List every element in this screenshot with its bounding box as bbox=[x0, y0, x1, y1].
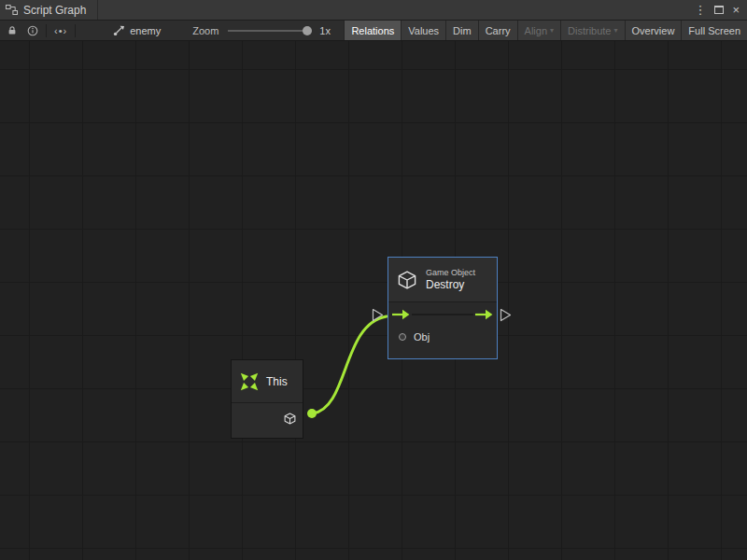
info-icon[interactable] bbox=[27, 25, 38, 36]
obj-input-port[interactable] bbox=[399, 333, 406, 341]
lock-icon[interactable] bbox=[7, 25, 18, 36]
values-button-label: Values bbox=[408, 25, 439, 36]
distribute-button[interactable]: Distribute ▾ bbox=[560, 21, 624, 40]
tab-title: Script Graph bbox=[23, 4, 86, 17]
obj-port-label: Obj bbox=[414, 331, 430, 343]
connection-layer bbox=[0, 41, 747, 560]
overview-button[interactable]: Overview bbox=[625, 21, 682, 40]
zoom-value: 1x bbox=[319, 25, 331, 36]
tab-script-graph[interactable]: Script Graph bbox=[0, 0, 98, 20]
this-output-port[interactable] bbox=[307, 409, 317, 418]
game-object-cube-icon bbox=[283, 412, 297, 426]
zoom-label: Zoom bbox=[192, 25, 218, 36]
node-title: This bbox=[266, 375, 288, 388]
graph-name: enemy bbox=[130, 25, 161, 36]
flow-out-arrow-icon bbox=[475, 309, 493, 320]
node-destroy[interactable]: Game Object Destroy Obj bbox=[388, 257, 498, 359]
toolbar-buttons: Relations Values Dim Carry Align ▾ Distr… bbox=[344, 21, 747, 40]
relation-line bbox=[412, 314, 473, 315]
graph-asset-icon bbox=[113, 25, 125, 36]
script-graph-icon bbox=[6, 5, 18, 15]
this-icon bbox=[239, 371, 260, 392]
window-controls: ⋮ × bbox=[694, 4, 747, 16]
chevron-down-icon: ▾ bbox=[614, 26, 618, 35]
node-destroy-header: Game Object Destroy bbox=[388, 258, 497, 302]
node-this-header: This bbox=[232, 360, 303, 403]
relations-button-label: Relations bbox=[351, 25, 394, 36]
game-object-cube-icon bbox=[396, 269, 418, 291]
dim-button-label: Dim bbox=[453, 25, 472, 36]
toolbar-separator bbox=[75, 24, 76, 37]
zoom-slider[interactable] bbox=[228, 25, 312, 36]
graph-toolbar: ‹•› enemy Zoom 1x Relations Values Dim C… bbox=[0, 21, 747, 41]
control-output-port[interactable] bbox=[500, 308, 512, 322]
obj-port-row: Obj bbox=[388, 327, 497, 347]
fullscreen-button-label: Full Screen bbox=[688, 25, 740, 36]
align-button[interactable]: Align ▾ bbox=[517, 21, 560, 40]
align-button-label: Align bbox=[525, 25, 547, 36]
flow-in-arrow-icon bbox=[392, 309, 410, 320]
relations-row bbox=[388, 302, 497, 327]
zoom-slider-track bbox=[228, 30, 312, 32]
node-destroy-titles: Game Object Destroy bbox=[426, 268, 475, 291]
dim-button[interactable]: Dim bbox=[445, 21, 478, 40]
carry-button[interactable]: Carry bbox=[478, 21, 517, 40]
relations-button[interactable]: Relations bbox=[344, 21, 401, 40]
control-input-port[interactable] bbox=[372, 308, 384, 322]
node-title: Destroy bbox=[426, 278, 475, 291]
window-menu-icon[interactable]: ⋮ bbox=[694, 4, 706, 16]
overview-button-label: Overview bbox=[632, 25, 675, 36]
connection-this-to-destroy[interactable] bbox=[313, 316, 387, 413]
node-category: Game Object bbox=[426, 268, 475, 277]
chevron-down-icon: ▾ bbox=[550, 26, 554, 35]
zoom-slider-knob[interactable] bbox=[303, 26, 312, 35]
node-this[interactable]: This bbox=[231, 359, 303, 439]
carry-button-label: Carry bbox=[486, 25, 511, 36]
window-close-icon[interactable]: × bbox=[732, 4, 740, 16]
node-this-body bbox=[232, 403, 303, 437]
ports-toggle-icon[interactable]: ‹•› bbox=[54, 25, 67, 36]
values-button[interactable]: Values bbox=[401, 21, 445, 40]
window-titlebar: Script Graph ⋮ × bbox=[0, 0, 747, 21]
window-maximize-icon[interactable] bbox=[714, 6, 724, 14]
graph-canvas[interactable]: Game Object Destroy Obj bbox=[0, 41, 747, 560]
fullscreen-button[interactable]: Full Screen bbox=[681, 21, 747, 40]
graph-asset-reference[interactable]: enemy bbox=[113, 25, 161, 36]
distribute-button-label: Distribute bbox=[568, 25, 611, 36]
toolbar-separator bbox=[46, 24, 47, 37]
